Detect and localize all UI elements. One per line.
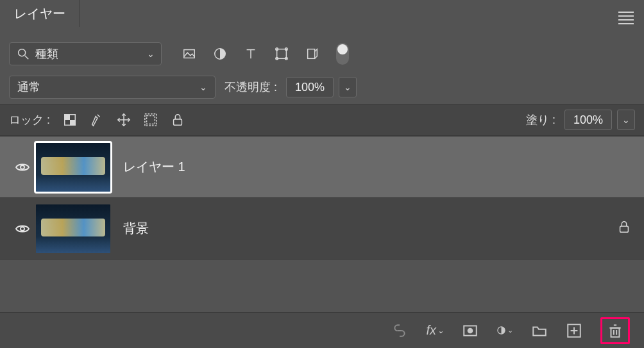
fill-input[interactable]: 100% — [564, 110, 612, 130]
layer-effects-button[interactable]: fx⌄ — [426, 323, 444, 338]
fx-label: fx — [426, 323, 436, 338]
panel-menu-button[interactable] — [618, 9, 634, 27]
svg-rect-6 — [277, 49, 287, 59]
svg-point-20 — [21, 165, 24, 169]
opacity-label: 不透明度 : — [225, 79, 277, 95]
chevron-down-icon: ⌄ — [437, 326, 444, 335]
layer-name[interactable]: レイヤー 1 — [110, 158, 631, 176]
filter-kind-dropdown[interactable]: 種類 ⌄ — [9, 42, 162, 65]
svg-rect-30 — [611, 327, 620, 336]
svg-rect-11 — [308, 49, 315, 59]
filter-smartobject-icon[interactable] — [305, 47, 319, 61]
chevron-down-icon: ⌄ — [507, 326, 513, 335]
chevron-down-icon: ⌄ — [344, 82, 352, 92]
layer-thumbnail[interactable] — [36, 204, 110, 253]
lock-transparency-icon[interactable] — [63, 113, 77, 127]
svg-rect-19 — [174, 119, 182, 125]
svg-point-25 — [468, 327, 473, 333]
blend-mode-value: 通常 — [17, 79, 40, 95]
fill-dropdown-button[interactable]: ⌄ — [617, 110, 635, 130]
layer-row[interactable]: レイヤー 1 — [0, 137, 644, 198]
search-icon — [16, 47, 30, 61]
trash-icon — [607, 322, 623, 339]
new-layer-icon[interactable] — [566, 322, 582, 339]
opacity-dropdown-button[interactable]: ⌄ — [339, 77, 357, 97]
svg-rect-22 — [620, 226, 629, 232]
fill-value: 100% — [573, 113, 603, 127]
filter-kind-label: 種類 — [35, 46, 58, 62]
adjustment-layer-icon[interactable]: ⌄ — [496, 322, 513, 339]
delete-layer-button-highlighted[interactable] — [600, 317, 630, 344]
filter-row: 種類 ⌄ — [0, 27, 644, 70]
opacity-input[interactable]: 100% — [286, 77, 334, 97]
lock-all-icon[interactable] — [171, 113, 185, 127]
filter-icons — [171, 43, 349, 65]
visibility-toggle[interactable] — [9, 221, 36, 236]
svg-line-1 — [25, 56, 29, 60]
chevron-down-icon: ⌄ — [147, 49, 155, 59]
add-mask-icon[interactable] — [462, 322, 479, 339]
visibility-toggle[interactable] — [9, 160, 36, 175]
chevron-down-icon: ⌄ — [622, 115, 630, 125]
blend-mode-dropdown[interactable]: 通常 ⌄ — [9, 76, 216, 99]
filter-image-icon[interactable] — [182, 47, 196, 61]
layer-thumbnail[interactable] — [36, 143, 110, 192]
filter-text-icon[interactable] — [244, 47, 258, 61]
blend-row: 通常 ⌄ 不透明度 : 100% ⌄ — [0, 70, 644, 104]
lock-row: ロック : 塗り : 100% ⌄ — [0, 104, 644, 136]
layer-row[interactable]: 背景 — [0, 198, 644, 260]
filter-shape-icon[interactable] — [275, 47, 289, 61]
lock-label: ロック : — [9, 112, 50, 128]
layers-list: レイヤー 1 背景 — [0, 136, 644, 260]
lock-pixels-icon[interactable] — [90, 113, 104, 127]
panel-header: レイヤー — [0, 0, 644, 27]
svg-rect-17 — [147, 116, 155, 124]
opacity-value: 100% — [295, 81, 325, 94]
fill-label: 塗り : — [526, 112, 555, 128]
svg-rect-13 — [70, 120, 75, 125]
link-layers-icon[interactable] — [391, 322, 408, 339]
svg-point-21 — [21, 227, 24, 231]
layer-name[interactable]: 背景 — [110, 220, 617, 237]
svg-rect-12 — [65, 115, 70, 120]
tab-layers-label: レイヤー — [14, 5, 65, 22]
lock-position-icon[interactable] — [117, 113, 131, 127]
tab-layers[interactable]: レイヤー — [0, 0, 80, 27]
new-group-icon[interactable] — [531, 322, 548, 339]
filter-adjustment-icon[interactable] — [213, 47, 227, 61]
bottom-toolbar: fx⌄ ⌄ — [0, 312, 644, 348]
filter-toggle[interactable] — [336, 43, 349, 65]
chevron-down-icon: ⌄ — [199, 82, 207, 92]
svg-point-0 — [19, 49, 26, 56]
lock-artboard-icon[interactable] — [144, 113, 158, 127]
layer-lock-icon[interactable] — [617, 220, 631, 237]
